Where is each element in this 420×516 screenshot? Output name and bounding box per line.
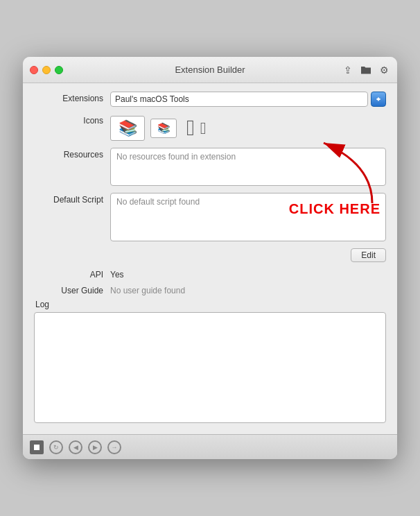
log-area[interactable] <box>34 312 386 423</box>
form-content: Extensions Icons 📚 📚 <box>23 83 397 434</box>
resources-value: No resources found in extension <box>110 148 386 186</box>
titlebar: Extension Builder ⇪ ⚙ <box>23 57 397 83</box>
icons-field: 📚 📚   <box>110 114 386 141</box>
apple-icon-small:  <box>200 119 207 138</box>
edit-row: Edit <box>34 248 386 262</box>
back-icon[interactable]: ◀ <box>69 440 82 454</box>
log-section: Log <box>34 300 386 423</box>
api-row: API Yes <box>34 268 386 280</box>
icons-label: Icons <box>34 114 110 126</box>
extensions-field <box>110 92 386 107</box>
minimize-button[interactable] <box>42 66 51 74</box>
default-script-label: Default Script <box>34 193 110 205</box>
extensions-input[interactable] <box>110 92 368 107</box>
log-label: Log <box>34 300 386 309</box>
apple-icon-large:  <box>186 115 195 141</box>
traffic-lights <box>30 66 63 74</box>
edit-button[interactable]: Edit <box>351 248 386 262</box>
stop-icon[interactable] <box>30 440 44 454</box>
toolbar: ⇪ ⚙ <box>340 62 392 78</box>
default-script-row: Default Script No default script found C… <box>34 193 386 241</box>
share-icon[interactable]: → <box>107 440 121 454</box>
maximize-button[interactable] <box>55 66 63 74</box>
userguide-row: User Guide No user guide found <box>34 284 386 295</box>
window-title: Extension Builder <box>175 64 245 75</box>
user-guide-label: User Guide <box>34 284 110 295</box>
close-button[interactable] <box>30 66 38 74</box>
forward-icon[interactable]: ▶ <box>88 440 102 454</box>
extensions-label: Extensions <box>34 92 110 103</box>
resources-field: No resources found in extension <box>110 148 386 186</box>
default-script-field: No default script found CLICK HERE <box>110 193 386 241</box>
folder-icon[interactable] <box>358 62 374 78</box>
user-guide-value: No user guide found <box>110 284 386 295</box>
main-window: Extension Builder ⇪ ⚙ Extensions <box>23 57 397 459</box>
bottom-bar: ↻ ◀ ▶ → <box>23 434 397 459</box>
resources-row: Resources No resources found in extensio… <box>34 148 386 186</box>
extensions-select-button[interactable] <box>371 92 386 107</box>
icon-box-small[interactable]: 📚 <box>150 119 177 138</box>
svg-rect-1 <box>34 445 40 450</box>
default-script-value: No default script found <box>110 193 386 241</box>
extensions-row: Extensions <box>34 92 386 107</box>
resources-label: Resources <box>34 148 110 160</box>
import-icon[interactable]: ⇪ <box>340 62 356 78</box>
book-small-icon: 📚 <box>157 122 170 135</box>
icon-box-large[interactable]: 📚 <box>110 116 145 141</box>
api-value: Yes <box>110 268 386 280</box>
gear-icon[interactable]: ⚙ <box>376 62 392 78</box>
refresh-icon[interactable]: ↻ <box>49 440 63 454</box>
book-icon: 📚 <box>119 119 137 137</box>
icons-row: Icons 📚 📚   <box>34 114 386 141</box>
api-label: API <box>34 268 110 280</box>
